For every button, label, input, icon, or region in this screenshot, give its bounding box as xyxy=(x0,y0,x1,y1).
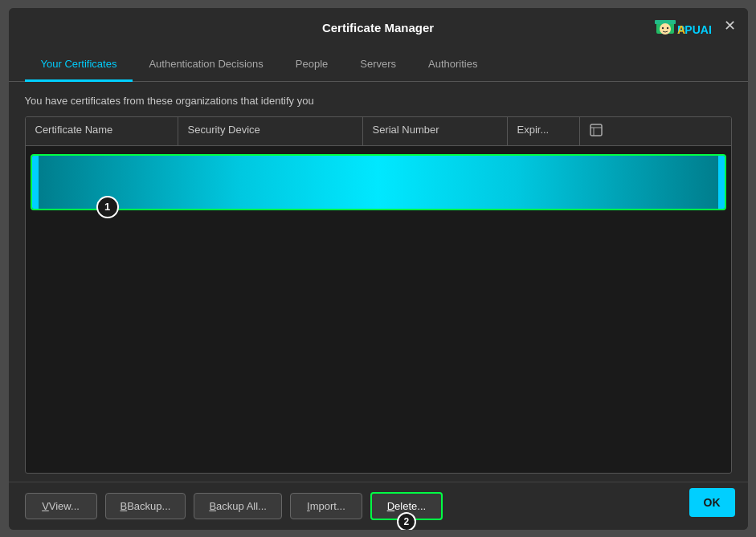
row-right-indicator xyxy=(718,156,725,209)
table-body[interactable]: 1 xyxy=(26,146,731,473)
backup-button[interactable]: BBackup... xyxy=(105,493,186,519)
backup-all-button[interactable]: Backup All... xyxy=(194,493,282,519)
svg-text:A: A xyxy=(677,23,685,36)
view-button[interactable]: VView... xyxy=(25,493,97,519)
import-button[interactable]: Import... xyxy=(290,493,362,519)
tab-servers[interactable]: Servers xyxy=(344,48,412,82)
dialog-title: Certificate Manager xyxy=(322,21,434,35)
svg-point-2 xyxy=(660,23,671,35)
tab-your-certificates[interactable]: Your Certificates xyxy=(25,48,133,82)
appuals-logo: PPUALS A xyxy=(655,13,711,42)
col-serial-number: Serial Number xyxy=(363,117,508,145)
col-icon xyxy=(580,117,612,145)
close-button[interactable]: ✕ xyxy=(721,16,740,35)
col-cert-name: Certificate Name xyxy=(26,117,178,145)
logo-svg: PPUALS A xyxy=(655,13,711,42)
row-badge-1: 1 xyxy=(96,196,119,218)
table-header: Certificate Name Security Device Serial … xyxy=(26,117,731,146)
delete-badge: 2 xyxy=(397,512,416,530)
tab-authorities[interactable]: Authorities xyxy=(412,48,493,82)
column-icon xyxy=(590,124,603,136)
svg-point-3 xyxy=(661,26,663,28)
title-bar: Certificate Manager PPUALS A ✕ xyxy=(9,8,748,48)
tab-authentication-decisions[interactable]: Authentication Decisions xyxy=(133,48,279,82)
col-security-device: Security Device xyxy=(178,117,363,145)
tab-people[interactable]: People xyxy=(280,48,344,82)
svg-rect-7 xyxy=(590,124,602,136)
content-area: You have certificates from these organiz… xyxy=(9,82,748,482)
svg-point-4 xyxy=(666,26,668,28)
footer-area: VView... BBackup... Backup All... Import… xyxy=(9,482,748,530)
col-expiry: Expir... xyxy=(508,117,580,145)
ok-button[interactable]: OK xyxy=(689,488,735,517)
row-left-indicator xyxy=(32,156,39,209)
certificate-manager-dialog: Certificate Manager PPUALS A ✕ Your Cert… xyxy=(9,8,748,530)
delete-button-wrapper: Delete... 2 xyxy=(370,492,443,520)
description-text: You have certificates from these organiz… xyxy=(25,95,732,107)
table-row[interactable]: 1 xyxy=(31,154,726,210)
certificates-table: Certificate Name Security Device Serial … xyxy=(25,116,732,474)
tabs-bar: Your Certificates Authentication Decisio… xyxy=(9,48,748,82)
